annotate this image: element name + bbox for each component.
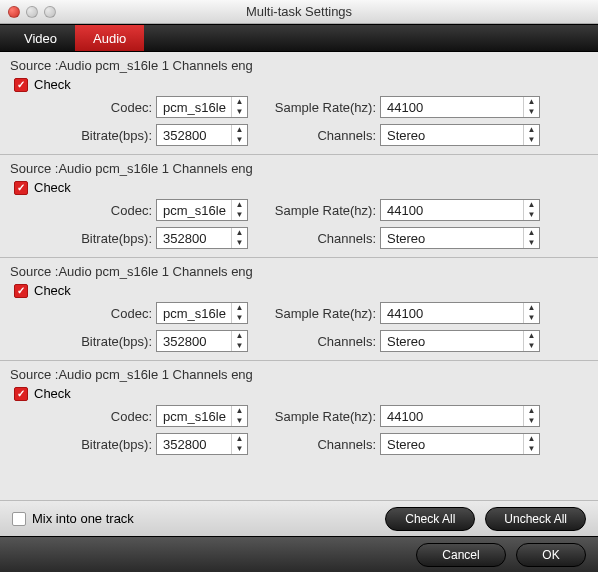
stepper-arrows[interactable]: ▲▼ [523,406,539,426]
track-checkbox[interactable] [14,181,28,195]
stepper-arrows[interactable]: ▲▼ [231,228,247,248]
bitrate-spinner[interactable]: 352800 ▲▼ [156,330,248,352]
stepper-arrows[interactable]: ▲▼ [231,200,247,220]
stepper-arrows[interactable]: ▲▼ [523,228,539,248]
sample-rate-label: Sample Rate(hz): [264,100,380,115]
tab-bar: Video Audio [0,24,598,52]
tab-video[interactable]: Video [6,25,75,51]
check-label: Check [34,386,71,401]
sample-rate-label: Sample Rate(hz): [264,306,380,321]
audio-track: Source :Audio pcm_s16le 1 Channels eng C… [0,257,598,360]
sample-rate-spinner-value: 44100 [387,306,423,321]
sample-rate-spinner-value: 44100 [387,409,423,424]
mix-checkbox[interactable] [12,512,26,526]
check-row[interactable]: Check [14,77,588,92]
source-label: Source :Audio pcm_s16le 1 Channels eng [10,264,588,279]
channels-spinner-value: Stereo [387,231,425,246]
audio-track: Source :Audio pcm_s16le 1 Channels eng C… [0,360,598,463]
stepper-arrows[interactable]: ▲▼ [523,303,539,323]
check-row[interactable]: Check [14,386,588,401]
source-label: Source :Audio pcm_s16le 1 Channels eng [10,367,588,382]
sample-rate-spinner-value: 44100 [387,100,423,115]
bitrate-spinner-value: 352800 [163,437,206,452]
stepper-arrows[interactable]: ▲▼ [231,406,247,426]
codec-spinner[interactable]: pcm_s16le ▲▼ [156,199,248,221]
content-area: Source :Audio pcm_s16le 1 Channels eng C… [0,52,598,500]
stepper-arrows[interactable]: ▲▼ [231,331,247,351]
track-checkbox[interactable] [14,387,28,401]
source-label: Source :Audio pcm_s16le 1 Channels eng [10,58,588,73]
channels-spinner-value: Stereo [387,437,425,452]
track-checkbox[interactable] [14,78,28,92]
bitrate-label: Bitrate(bps): [10,128,156,143]
channels-spinner[interactable]: Stereo ▲▼ [380,433,540,455]
channels-spinner[interactable]: Stereo ▲▼ [380,124,540,146]
bitrate-label: Bitrate(bps): [10,334,156,349]
check-row[interactable]: Check [14,283,588,298]
audio-track: Source :Audio pcm_s16le 1 Channels eng C… [0,154,598,257]
bitrate-spinner[interactable]: 352800 ▲▼ [156,227,248,249]
check-row[interactable]: Check [14,180,588,195]
check-label: Check [34,77,71,92]
ok-button[interactable]: OK [516,543,586,567]
mix-into-one-track[interactable]: Mix into one track [12,511,134,526]
sample-rate-spinner[interactable]: 44100 ▲▼ [380,302,540,324]
channels-spinner-value: Stereo [387,128,425,143]
channels-spinner-value: Stereo [387,334,425,349]
channels-label: Channels: [264,231,380,246]
window-title: Multi-task Settings [0,4,598,19]
sample-rate-label: Sample Rate(hz): [264,203,380,218]
bitrate-spinner-value: 352800 [163,334,206,349]
stepper-arrows[interactable]: ▲▼ [523,125,539,145]
footer-options: Mix into one track Check All Uncheck All [0,500,598,536]
sample-rate-spinner[interactable]: 44100 ▲▼ [380,199,540,221]
check-label: Check [34,283,71,298]
footer-actions: Cancel OK [0,536,598,572]
channels-label: Channels: [264,334,380,349]
titlebar: Multi-task Settings [0,0,598,24]
stepper-arrows[interactable]: ▲▼ [231,434,247,454]
stepper-arrows[interactable]: ▲▼ [523,434,539,454]
stepper-arrows[interactable]: ▲▼ [523,200,539,220]
channels-label: Channels: [264,128,380,143]
codec-spinner-value: pcm_s16le [163,409,226,424]
mix-label: Mix into one track [32,511,134,526]
stepper-arrows[interactable]: ▲▼ [231,97,247,117]
stepper-arrows[interactable]: ▲▼ [231,303,247,323]
bitrate-spinner-value: 352800 [163,231,206,246]
cancel-button[interactable]: Cancel [416,543,506,567]
track-checkbox[interactable] [14,284,28,298]
check-label: Check [34,180,71,195]
check-all-button[interactable]: Check All [385,507,475,531]
sample-rate-spinner[interactable]: 44100 ▲▼ [380,96,540,118]
stepper-arrows[interactable]: ▲▼ [231,125,247,145]
codec-spinner-value: pcm_s16le [163,306,226,321]
stepper-arrows[interactable]: ▲▼ [523,331,539,351]
sample-rate-spinner-value: 44100 [387,203,423,218]
channels-spinner[interactable]: Stereo ▲▼ [380,330,540,352]
channels-spinner[interactable]: Stereo ▲▼ [380,227,540,249]
codec-label: Codec: [10,306,156,321]
sample-rate-spinner[interactable]: 44100 ▲▼ [380,405,540,427]
bitrate-spinner[interactable]: 352800 ▲▼ [156,433,248,455]
bitrate-spinner[interactable]: 352800 ▲▼ [156,124,248,146]
audio-track: Source :Audio pcm_s16le 1 Channels eng C… [0,52,598,154]
codec-label: Codec: [10,409,156,424]
codec-label: Codec: [10,203,156,218]
sample-rate-label: Sample Rate(hz): [264,409,380,424]
codec-spinner[interactable]: pcm_s16le ▲▼ [156,405,248,427]
channels-label: Channels: [264,437,380,452]
codec-spinner-value: pcm_s16le [163,203,226,218]
codec-label: Codec: [10,100,156,115]
bitrate-label: Bitrate(bps): [10,437,156,452]
bitrate-label: Bitrate(bps): [10,231,156,246]
codec-spinner[interactable]: pcm_s16le ▲▼ [156,302,248,324]
source-label: Source :Audio pcm_s16le 1 Channels eng [10,161,588,176]
bitrate-spinner-value: 352800 [163,128,206,143]
codec-spinner-value: pcm_s16le [163,100,226,115]
uncheck-all-button[interactable]: Uncheck All [485,507,586,531]
tab-audio[interactable]: Audio [75,25,144,51]
stepper-arrows[interactable]: ▲▼ [523,97,539,117]
codec-spinner[interactable]: pcm_s16le ▲▼ [156,96,248,118]
